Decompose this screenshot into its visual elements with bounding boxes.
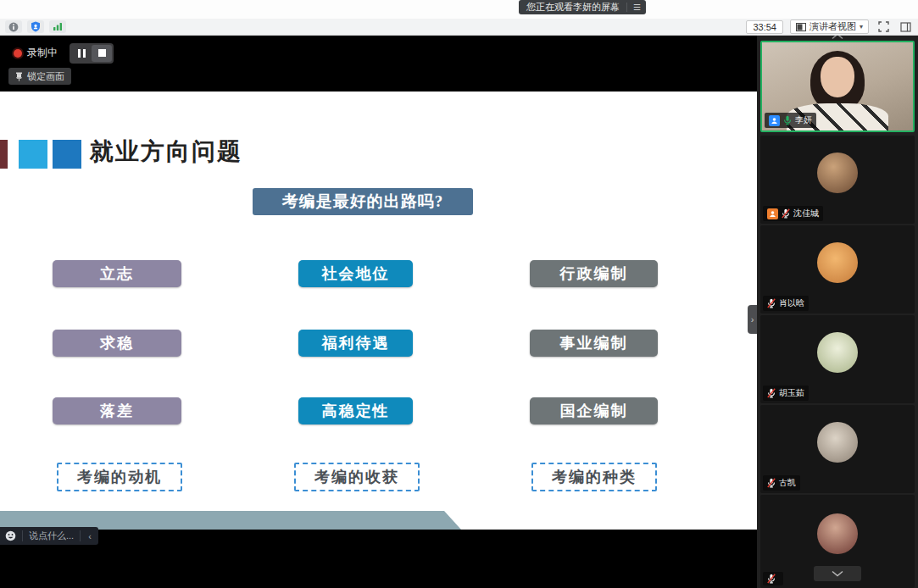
fullscreen-icon[interactable] (876, 20, 891, 34)
network-signal-icon[interactable] (49, 20, 66, 33)
slide-box: 行政编制 (530, 260, 658, 287)
participant-name-bar: 古凯 (763, 475, 800, 491)
slide-box: 落差 (53, 397, 181, 424)
meeting-timer: 33:54 (746, 20, 783, 34)
participant-name: 胡玉茹 (779, 387, 804, 399)
shared-screen-area: 录制中 锁定画面 就业方向问题 考编是最好的出路吗? 立志 社会地位 行政编制 … (0, 36, 757, 588)
participant-tile[interactable]: 李妍 (760, 41, 915, 132)
chevron-down-icon (831, 570, 844, 577)
avatar (817, 422, 858, 463)
participant-tile[interactable]: 古凯 (760, 405, 915, 493)
host-badge-icon (769, 115, 780, 126)
participants-sidebar: 李妍 沈佳城 肖以晗 胡玉茹 古凯 (757, 36, 918, 588)
avatar (817, 242, 858, 283)
sidebar-expand-handle[interactable]: › (748, 305, 757, 334)
divider (80, 530, 81, 541)
pin-view-label: 锁定画面 (27, 70, 64, 83)
participant-name-bar: 胡玉茹 (763, 386, 809, 401)
stop-icon (98, 49, 106, 57)
slide-dashed-box: 考编的种类 (531, 463, 657, 491)
slide-box: 立志 (53, 260, 181, 287)
mic-muted-icon (767, 574, 776, 584)
watching-screen-tooltip: 您正在观看李妍的屏幕 ☰ (519, 0, 646, 14)
slide-box: 国企编制 (530, 397, 658, 424)
top-toolbar: 33:54 演讲者视图 ▾ (0, 19, 918, 36)
toolbar-left-icons (5, 20, 66, 33)
pause-icon (78, 49, 86, 58)
participant-name-bar: 肖以晗 (763, 296, 809, 311)
participant-name-bar (763, 572, 783, 585)
participant-tile[interactable]: 胡玉茹 (760, 315, 915, 403)
title-decor-square-light (19, 140, 47, 169)
pause-recording-button[interactable] (71, 45, 92, 62)
mic-on-icon (783, 115, 792, 125)
participant-name: 李妍 (795, 114, 812, 126)
title-decor-sliver (0, 140, 8, 169)
avatar (817, 513, 858, 554)
speaker-view-icon (796, 23, 806, 31)
presentation-slide: 就业方向问题 考编是最好的出路吗? 立志 社会地位 行政编制 求稳 福利待遇 事… (0, 92, 757, 530)
slide-title: 就业方向问题 (90, 136, 242, 168)
recording-status-label: 录制中 (27, 46, 58, 60)
participant-tile[interactable]: 肖以晗 (760, 225, 915, 313)
info-icon[interactable] (5, 20, 22, 33)
scroll-down-button[interactable] (814, 566, 861, 581)
mic-muted-icon (767, 478, 776, 488)
slide-box: 高稳定性 (298, 397, 413, 424)
title-decor-square-dark (53, 140, 81, 169)
tooltip-menu-icon[interactable]: ☰ (626, 3, 641, 12)
chat-input-placeholder[interactable]: 说点什么... (29, 530, 74, 542)
chat-collapse-icon[interactable]: ‹ (86, 531, 93, 541)
top-strip (0, 0, 918, 19)
avatar (817, 332, 858, 373)
pin-view-button[interactable]: 锁定画面 (8, 68, 71, 85)
slide-dashed-box: 考编的收获 (294, 463, 420, 491)
shield-security-icon[interactable] (27, 20, 44, 33)
slide-box: 社会地位 (298, 260, 413, 287)
slide-banner: 考编是最好的出路吗? (253, 188, 473, 215)
side-panel-toggle-icon[interactable] (898, 20, 913, 34)
mic-muted-icon (767, 388, 776, 398)
participant-name-bar: 李妍 (765, 113, 816, 128)
cohost-badge-icon (767, 208, 778, 219)
participant-name: 古凯 (779, 477, 796, 489)
recording-bar: 录制中 (8, 42, 114, 64)
pin-icon (15, 72, 23, 81)
slide-box: 福利待遇 (298, 330, 413, 357)
chevron-down-icon: ▾ (860, 23, 863, 31)
participant-name: 沈佳城 (793, 208, 819, 219)
view-mode-label: 演讲者视图 (810, 20, 856, 33)
avatar (817, 153, 858, 193)
slide-box: 求稳 (53, 330, 181, 357)
mic-muted-icon (782, 208, 790, 219)
watching-screen-label: 您正在观看李妍的屏幕 (526, 1, 620, 14)
participant-tile[interactable]: 沈佳城 (760, 136, 915, 224)
recording-status: 录制中 (8, 42, 63, 64)
slide-dashed-box: 考编的动机 (57, 463, 182, 491)
participant-name-bar: 沈佳城 (763, 206, 823, 221)
chevron-right-icon: › (751, 314, 754, 325)
chat-bar[interactable]: 说点什么... ‹ (0, 527, 98, 545)
recording-dot-icon (14, 49, 22, 58)
view-mode-dropdown[interactable]: 演讲者视图 ▾ (790, 19, 869, 34)
participant-name: 肖以晗 (779, 297, 804, 309)
emoji-icon[interactable] (5, 530, 16, 541)
divider (22, 530, 23, 541)
mic-muted-icon (767, 298, 776, 308)
slide-box: 事业编制 (530, 330, 658, 357)
stop-recording-button[interactable] (92, 45, 112, 62)
recording-controls (70, 43, 114, 64)
toolbar-right-controls: 33:54 演讲者视图 ▾ (746, 19, 913, 34)
